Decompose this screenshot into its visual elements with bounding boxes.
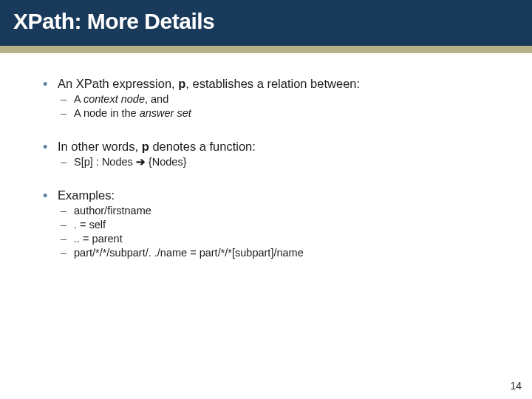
bullet-context-node: A context node, and bbox=[59, 93, 502, 105]
arrow-icon: ➔ bbox=[136, 156, 146, 168]
var-p: p bbox=[178, 77, 185, 90]
bullet-answer-set: A node in the answer set bbox=[59, 107, 502, 119]
example-author-firstname: author/firstname bbox=[59, 205, 502, 216]
bullet-function-sig: S[p] : Nodes ➔ {Nodes} bbox=[59, 156, 502, 168]
page-number: 14 bbox=[510, 380, 522, 392]
italic-context-node: context node bbox=[83, 93, 145, 105]
text: An XPath expression, bbox=[58, 77, 178, 90]
bullet-group-2: In other words, p denotes a function: S[… bbox=[41, 140, 502, 168]
example-path-equiv: part/*/*/subpart/. ./name = part/*/*[sub… bbox=[59, 247, 502, 259]
bullet-group-3: Examples: author/firstname . = self .. =… bbox=[41, 188, 502, 259]
text: ] : Nodes bbox=[90, 156, 136, 168]
text: , and bbox=[145, 93, 168, 105]
bullet-group-1: An XPath expression, p, establishes a re… bbox=[41, 77, 502, 119]
bullet-function: In other words, p denotes a function: bbox=[41, 140, 502, 154]
var-p: p bbox=[84, 156, 90, 168]
accent-bar bbox=[0, 46, 532, 53]
slide-title: XPath: More Details bbox=[13, 9, 519, 34]
text: In other words, bbox=[58, 140, 142, 153]
text: A node in the bbox=[74, 107, 140, 119]
slide-content: An XPath expression, p, establishes a re… bbox=[0, 53, 532, 259]
text: , establishes a relation between: bbox=[185, 77, 360, 90]
italic-answer-set: answer set bbox=[140, 107, 191, 119]
example-self: . = self bbox=[59, 219, 502, 231]
text: denotes a function: bbox=[149, 140, 256, 153]
slide: XPath: More Details An XPath expression,… bbox=[0, 0, 532, 399]
text: S[ bbox=[74, 156, 84, 168]
bullet-expression-relation: An XPath expression, p, establishes a re… bbox=[41, 77, 502, 91]
var-p: p bbox=[142, 140, 149, 153]
bullet-examples: Examples: bbox=[41, 188, 502, 202]
text: {Nodes} bbox=[146, 156, 187, 168]
text: A bbox=[74, 93, 83, 105]
title-bar: XPath: More Details bbox=[0, 0, 532, 46]
example-parent: .. = parent bbox=[59, 233, 502, 245]
